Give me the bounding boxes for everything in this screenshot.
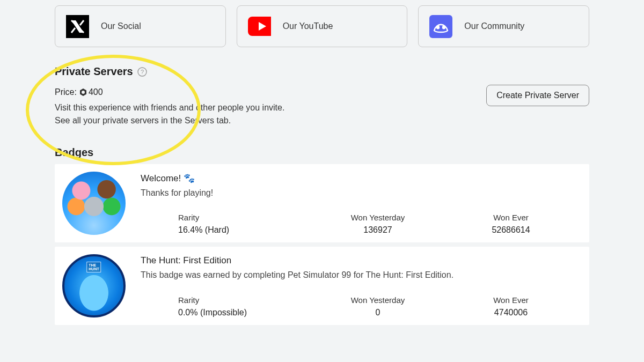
badge-description: This badge was earned by completing Pet … <box>141 270 577 280</box>
svg-text:?: ? <box>141 69 144 75</box>
badge-stats: Rarity0.0% (Impossible) Won Yesterday0 W… <box>141 290 577 317</box>
badge-name: The Hunt: First Edition <box>141 255 577 266</box>
stat-label-yesterday: Won Yesterday <box>311 295 444 305</box>
badge-image <box>62 172 126 235</box>
stat-value-rarity: 16.4% (Hard) <box>178 225 311 235</box>
stat-value-rarity: 0.0% (Impossible) <box>178 308 311 317</box>
svg-rect-3 <box>429 15 452 38</box>
x-icon <box>66 15 89 38</box>
badge-card[interactable]: THEHUNT The Hunt: First Edition This bad… <box>55 247 589 325</box>
social-links-row: Our Social Our YouTube Our Community <box>55 5 589 47</box>
badge-name: Welcome! 🐾 <box>141 173 577 184</box>
badge-card[interactable]: Welcome! 🐾 Thanks for playing! Rarity16.… <box>55 164 589 242</box>
stat-label-yesterday: Won Yesterday <box>311 213 444 222</box>
stat-value-yesterday: 136927 <box>311 225 444 235</box>
servers-tab-link[interactable]: Servers <box>185 116 214 125</box>
private-servers-section: Private Servers ? Price: 400 Visit this … <box>55 65 589 127</box>
robux-icon <box>79 88 87 97</box>
youtube-icon <box>248 15 271 38</box>
stat-value-yesterday: 0 <box>311 308 444 317</box>
stat-label-ever: Won Ever <box>444 295 577 305</box>
stat-label-ever: Won Ever <box>444 213 577 222</box>
private-servers-title: Private Servers <box>55 65 133 78</box>
social-card-x[interactable]: Our Social <box>55 5 226 47</box>
badge-description: Thanks for playing! <box>141 188 577 198</box>
social-card-discord[interactable]: Our Community <box>418 5 589 47</box>
price-label: Price: <box>55 87 77 97</box>
price-value: 400 <box>89 87 103 97</box>
create-private-server-button[interactable]: Create Private Server <box>486 85 589 106</box>
stat-value-ever: 4740006 <box>444 308 577 317</box>
discord-icon <box>429 15 452 38</box>
svg-point-9 <box>82 91 85 94</box>
social-card-youtube[interactable]: Our YouTube <box>237 5 408 47</box>
social-label: Our Social <box>101 21 141 31</box>
badge-image: THEHUNT <box>62 254 126 317</box>
stat-label-rarity: Rarity <box>178 295 311 305</box>
help-icon[interactable]: ? <box>137 67 147 77</box>
stat-value-ever: 52686614 <box>444 225 577 235</box>
social-label: Our YouTube <box>283 21 333 31</box>
stat-label-rarity: Rarity <box>178 213 311 222</box>
social-label: Our Community <box>464 21 524 31</box>
badges-title: Badges <box>55 146 589 159</box>
badge-stats: Rarity16.4% (Hard) Won Yesterday136927 W… <box>141 208 577 235</box>
